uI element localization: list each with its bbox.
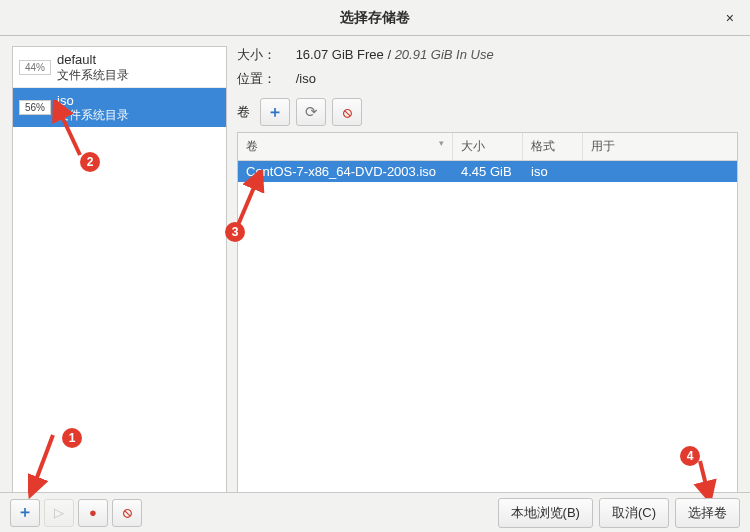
stop-pool-button[interactable]: ● [78,499,108,527]
size-free: 16.07 GiB Free [296,47,384,62]
size-row: 大小： 16.07 GiB Free / 20.91 GiB In Use [237,46,738,64]
pool-item-default[interactable]: 44% default 文件系统目录 [13,47,226,87]
bottom-bar: ＋ ▷ ● ⦸ 本地浏览(B) 取消(C) 选择卷 [0,492,750,532]
cell-format: iso [523,161,583,182]
col-header-format[interactable]: 格式 [523,133,583,160]
add-pool-button[interactable]: ＋ [10,499,40,527]
pool-type: 文件系统目录 [57,108,129,122]
delete-volume-button[interactable]: ⦸ [332,98,362,126]
choose-volume-button[interactable]: 选择卷 [675,498,740,528]
cell-name: CentOS-7-x86_64-DVD-2003.iso [238,161,453,182]
start-pool-button[interactable]: ▷ [44,499,74,527]
refresh-button[interactable]: ⟳ [296,98,326,126]
pool-name: iso [57,93,129,109]
cell-used [583,161,737,182]
pool-type: 文件系统目录 [57,68,129,82]
location-row: 位置： /iso [237,70,738,88]
delete-icon: ⦸ [123,504,132,521]
delete-icon: ⦸ [343,104,352,121]
cell-size: 4.45 GiB [453,161,523,182]
col-header-name[interactable]: 卷 [238,133,453,160]
pool-usage-badge: 56% [19,100,51,115]
close-button[interactable]: × [720,8,740,28]
add-volume-button[interactable]: ＋ [260,98,290,126]
delete-pool-button[interactable]: ⦸ [112,499,142,527]
pool-item-iso[interactable]: 56% iso 文件系统目录 [13,87,226,127]
plus-icon: ＋ [17,502,33,523]
volume-toolbar: 卷 ＋ ⟳ ⦸ [237,98,738,126]
table-row[interactable]: CentOS-7-x86_64-DVD-2003.iso 4.45 GiB is… [238,161,737,182]
window-title: 选择存储卷 [340,9,410,27]
cancel-button[interactable]: 取消(C) [599,498,669,528]
stop-icon: ● [89,505,97,520]
col-header-used[interactable]: 用于 [583,133,737,160]
location-value: /iso [296,71,316,86]
pool-usage-badge: 44% [19,60,51,75]
size-label: 大小： [237,46,292,64]
pool-name: default [57,52,129,68]
volumes-label: 卷 [237,103,250,121]
col-header-size[interactable]: 大小 [453,133,523,160]
volume-table: 卷 大小 格式 用于 CentOS-7-x86_64-DVD-2003.iso … [237,132,738,494]
table-header: 卷 大小 格式 用于 [238,133,737,161]
play-icon: ▷ [54,505,64,520]
browse-local-button[interactable]: 本地浏览(B) [498,498,593,528]
titlebar: 选择存储卷 × [0,0,750,36]
plus-icon: ＋ [267,102,283,123]
pool-details: 大小： 16.07 GiB Free / 20.91 GiB In Use 位置… [227,36,750,494]
main-area: 44% default 文件系统目录 56% iso 文件系统目录 大小： 16… [0,36,750,494]
pool-list: 44% default 文件系统目录 56% iso 文件系统目录 [12,46,227,494]
location-label: 位置： [237,70,292,88]
size-inuse: 20.91 GiB In Use [395,47,494,62]
refresh-icon: ⟳ [305,103,318,121]
